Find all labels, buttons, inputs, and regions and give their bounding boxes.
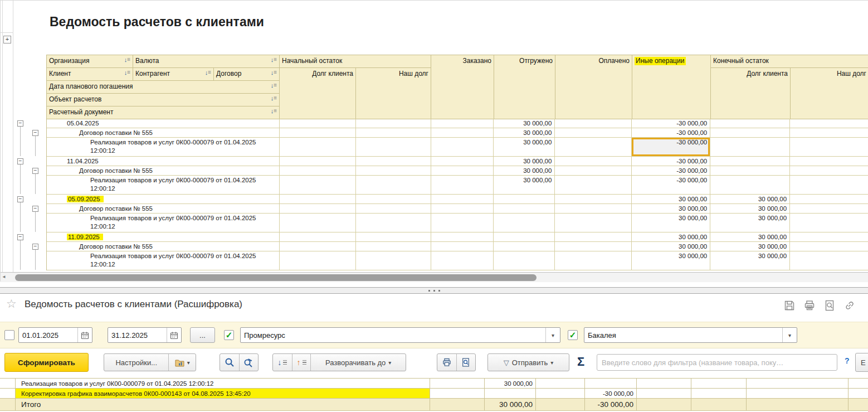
report-row-group[interactable]: 05.04.202530 000,00-30 000,00 [47, 119, 868, 128]
report-row-contract[interactable]: Договор поставки № 55530 000,0030 000,00 [47, 242, 868, 251]
detail-cell[interactable] [747, 379, 849, 389]
report-cell-value[interactable] [431, 242, 494, 251]
report-cell-value[interactable] [494, 214, 555, 232]
report-cell-value[interactable]: 30 000,00 [710, 195, 790, 204]
column-header-closing-our-debt[interactable]: Наш долг [791, 68, 868, 119]
report-cell-value[interactable] [431, 157, 494, 166]
column-header-currency[interactable]: Валюта↓≡ [133, 55, 280, 68]
detail-cell-shipped[interactable]: 30 000,00 [485, 379, 536, 389]
search-next-button[interactable] [239, 354, 258, 371]
sort-icon[interactable]: ↓≡ [271, 83, 277, 88]
sort-icon[interactable]: ↓≡ [124, 57, 130, 62]
report-cell-value[interactable] [431, 251, 494, 270]
collapse-icon[interactable]: − [32, 206, 38, 212]
print-preview-icon[interactable] [823, 299, 836, 312]
report-cell-value[interactable]: -30 000,00 [632, 128, 710, 138]
column-header-client[interactable]: Клиент↓≡ [47, 68, 133, 81]
period-checkbox[interactable] [4, 330, 14, 340]
report-cell-value[interactable] [431, 138, 494, 157]
report-row-document[interactable]: Реализация товаров и услуг 0К00-000079 о… [47, 214, 868, 232]
column-header-contract[interactable]: Договор↓≡ [214, 68, 280, 81]
report-cell-text[interactable]: 05.09.2025 [47, 195, 280, 204]
expand-to-button[interactable]: Разворачивать до ▾ [310, 354, 406, 371]
report-cell-value[interactable]: 30 000,00 [710, 242, 790, 251]
column-header-opening-balance[interactable]: Начальный остаток [280, 55, 431, 68]
column-header-shipped[interactable]: Отгружено [494, 55, 555, 119]
collapse-icon[interactable]: − [17, 158, 23, 164]
report-cell-value[interactable] [356, 166, 431, 176]
organization-combo[interactable]: Промресурс ▾ [240, 327, 560, 343]
report-cell-value[interactable] [710, 157, 790, 166]
collapse-icon[interactable]: − [32, 244, 38, 250]
report-cell-value[interactable] [280, 204, 356, 214]
report-cell-value[interactable]: 30 000,00 [710, 204, 790, 214]
column-header-closing-client-debt[interactable]: Долг клиента [711, 68, 791, 119]
quick-filter-input[interactable] [597, 354, 837, 371]
report-cell-value[interactable] [356, 176, 431, 195]
detail-row-highlighted[interactable]: Корректировка графика взаиморасчетов 0К0… [0, 389, 868, 399]
report-cell-text[interactable]: Договор поставки № 555 [47, 128, 280, 138]
report-cell-value[interactable] [356, 204, 431, 214]
report-cell-value[interactable] [790, 157, 868, 166]
column-header-settlement-document[interactable]: Расчетный документ↓≡ [47, 106, 280, 119]
detail-cell[interactable] [691, 389, 747, 399]
calendar-icon[interactable] [77, 328, 92, 342]
report-cell-value[interactable] [280, 176, 356, 195]
report-cell-value[interactable] [555, 176, 632, 195]
period-to-field[interactable]: 31.12.2025 [108, 327, 182, 343]
period-from-field[interactable]: 01.01.2025 [18, 327, 92, 343]
report-cell-text[interactable]: Реализация товаров и услуг 0К00-000079 о… [47, 138, 280, 157]
detail-row[interactable]: Реализация товаров и услуг 0К00-000079 о… [0, 379, 868, 389]
panel-splitter[interactable] [0, 287, 868, 294]
report-cell-value[interactable]: 30 000,00 [632, 251, 710, 270]
column-header-closing-balance[interactable]: Конечный остаток [711, 55, 868, 68]
report-row-group[interactable]: 05.09.202530 000,0030 000,00 [47, 195, 868, 204]
horizontal-scrollbar[interactable]: ◄ [1, 272, 868, 282]
report-cell-text[interactable]: Договор поставки № 555 [47, 166, 280, 176]
detail-cell[interactable] [849, 379, 868, 389]
detail-cell-text[interactable]: Корректировка графика взаиморасчетов 0К0… [16, 389, 430, 399]
report-cell-value[interactable]: 30 000,00 [494, 157, 555, 166]
detail-cell[interactable] [637, 399, 691, 411]
report-cell-value[interactable] [790, 232, 868, 242]
report-cell-value[interactable] [280, 232, 356, 242]
preview-button[interactable] [456, 354, 475, 371]
link-icon[interactable] [843, 299, 856, 312]
report-cell-value[interactable] [431, 176, 494, 195]
detail-cell[interactable] [536, 399, 585, 411]
sort-icon[interactable]: ↓≡ [124, 70, 130, 75]
report-cell-value[interactable] [356, 157, 431, 166]
save-icon[interactable] [783, 299, 796, 312]
report-row-group[interactable]: 11.04.202530 000,00-30 000,00 [47, 157, 868, 166]
report-cell-text[interactable]: 11.09.2025 [47, 232, 280, 242]
report-cell-value[interactable]: 30 000,00 [494, 128, 555, 138]
report-cell-value[interactable] [710, 138, 790, 157]
send-button[interactable]: ▽ Отправить ▾ [488, 354, 569, 371]
report-cell-value[interactable]: -30 000,00 [632, 176, 710, 195]
report-cell-value[interactable] [494, 204, 555, 214]
report-cell-value[interactable] [710, 128, 790, 138]
column-header-paid[interactable]: Оплачено [555, 55, 632, 119]
report-cell-value[interactable] [431, 128, 494, 138]
report-row-contract[interactable]: Договор поставки № 55530 000,0030 000,00 [47, 204, 868, 214]
report-cell-text[interactable]: Реализация товаров и услуг 0К00-000079 о… [47, 214, 280, 232]
report-row-document[interactable]: Реализация товаров и услуг 0К00-000079 о… [47, 138, 868, 157]
report-cell-value[interactable] [555, 195, 632, 204]
report-cell-value[interactable]: 30 000,00 [710, 251, 790, 270]
report-cell-value[interactable]: 30 000,00 [494, 176, 555, 195]
report-cell-value[interactable] [555, 214, 632, 232]
report-cell-value[interactable] [494, 242, 555, 251]
report-cell-value[interactable] [356, 214, 431, 232]
report-cell-value[interactable] [555, 242, 632, 251]
chevron-down-icon[interactable]: ▾ [545, 328, 560, 342]
detail-cell[interactable] [691, 399, 747, 411]
partner-combo[interactable]: Бакалея ▾ [584, 327, 797, 343]
scrollbar-thumb[interactable] [15, 274, 537, 281]
report-cell-value[interactable] [356, 232, 431, 242]
chevron-down-icon[interactable]: ▾ [782, 328, 797, 342]
column-header-opening-our-debt[interactable]: Наш долг [356, 68, 431, 119]
report-cell-value[interactable] [431, 214, 494, 232]
report-cell-value[interactable]: 30 000,00 [632, 242, 710, 251]
collapse-icon[interactable]: − [17, 234, 23, 240]
report-cell-value[interactable] [710, 166, 790, 176]
